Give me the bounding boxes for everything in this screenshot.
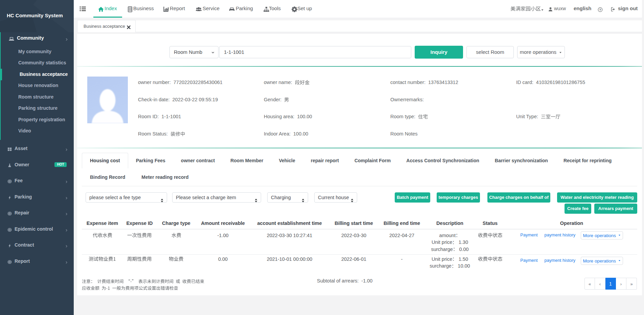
svg-text:?: ? — [599, 8, 601, 12]
